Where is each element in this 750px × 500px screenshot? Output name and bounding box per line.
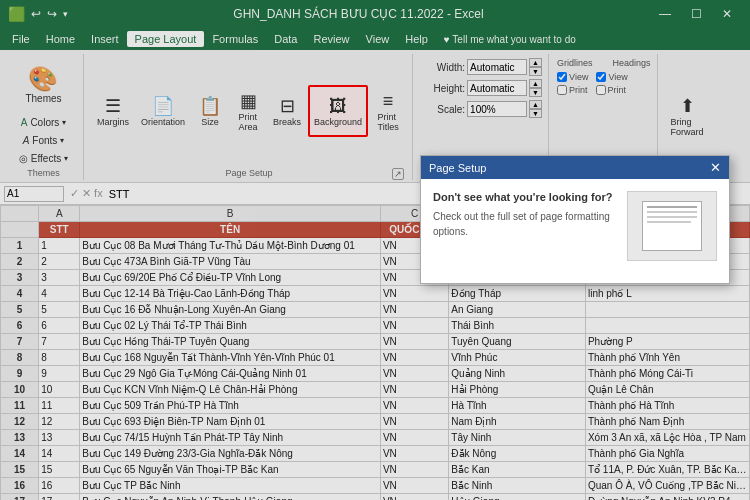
dialog-overlay: Page Setup ✕ Don't see what you're looki… [0, 0, 750, 500]
dialog-preview [627, 191, 717, 261]
dialog-text: Check out the full set of page formattin… [433, 209, 617, 239]
dialog-body: Don't see what you're looking for? Check… [421, 179, 729, 283]
page-setup-dialog: Page Setup ✕ Don't see what you're looki… [420, 155, 730, 284]
dialog-title-bar: Page Setup ✕ [421, 156, 729, 179]
dialog-prompt: Don't see what you're looking for? [433, 191, 617, 203]
dialog-close-button[interactable]: ✕ [710, 160, 721, 175]
dialog-preview-paper [642, 201, 702, 251]
dialog-title: Page Setup [429, 162, 487, 174]
